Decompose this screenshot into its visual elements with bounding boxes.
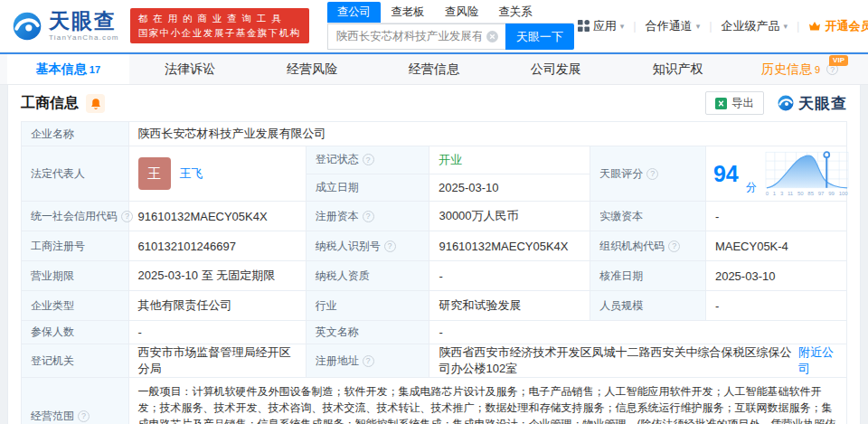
tab-intellectual-property[interactable]: 知识产权 [617, 54, 739, 84]
tab-operation-risk[interactable]: 经营风险 [251, 54, 373, 84]
field-label: 实缴资本 [590, 202, 706, 231]
search-tab-boss[interactable]: 查老板 [381, 2, 435, 23]
brand-logo[interactable]: 天眼查 TianYanCha.com [11, 10, 119, 42]
tab-operation-info[interactable]: 经营信息 [373, 54, 495, 84]
tab-label: 经营信息 [409, 61, 459, 78]
search-input[interactable] [327, 24, 505, 50]
field-label: 成立日期 [307, 174, 429, 202]
score-cell: 94 分 [706, 146, 846, 201]
brand-domain: TianYanCha.com [49, 34, 119, 42]
crown-icon [808, 21, 821, 32]
tab-history-info[interactable]: 历史信息 9 VIP [739, 54, 861, 84]
score-unit: 分 [746, 180, 757, 195]
nav-apps[interactable]: 应用 ▾ [574, 18, 628, 34]
field-label: 英文名称 [307, 321, 430, 344]
search-tab-company[interactable]: 查公司 [327, 2, 382, 23]
slogan-badge: 都 在 用 的 商 业 查 询 工 具 国家中小企业发展子基金旗下机构 [130, 8, 309, 42]
tab-legal[interactable]: 法律诉讼 [129, 54, 251, 84]
help-icon[interactable] [384, 240, 396, 252]
business-info-table: 企业名称 陕西长安芯材科技产业发展有限公司 法定代表人 王 王飞 登记状态 开业… [21, 121, 847, 424]
taxpayer-quality-value: - [429, 261, 590, 290]
nav-apps-label: 应用 [593, 18, 617, 34]
legal-rep-link[interactable]: 王飞 [180, 165, 203, 182]
field-label: 登记状态 [307, 146, 429, 174]
search-tab-relation[interactable]: 查关系 [488, 2, 542, 23]
score-distribution-chart: 01 311 5085 9799 100 [764, 150, 850, 197]
slogan-line2: 国家中小企业发展子基金旗下机构 [138, 26, 301, 40]
table-row: 参保人数 - 英文名称 - [22, 321, 846, 344]
business-scope-value: 一般项目：计算机软硬件及外围设备制造；软件开发；集成电路芯片设计及服务；电子产品… [129, 378, 846, 424]
reg-status-value: 开业 [429, 146, 590, 174]
top-nav: 应用 ▾ | 合作通道 ▾ | 企业级产品 ▾ | 开通会员 ▾ | [574, 17, 868, 34]
subscribe-bell[interactable] [86, 94, 105, 113]
apps-grid-icon [578, 20, 590, 32]
logo-swirl-icon [777, 94, 795, 112]
table-row: 企业类型 其他有限责任公司 行业 研究和试验发展 人员规模 - [22, 291, 846, 321]
industry-value: 研究和试验发展 [429, 291, 590, 320]
table-row: 营业期限 2025-03-10 至 无固定期限 纳税人资质 - 核准日期 202… [22, 261, 846, 291]
help-icon[interactable] [363, 154, 374, 165]
help-icon[interactable] [78, 410, 90, 422]
tab-label: 公司发展 [531, 61, 581, 78]
nearby-companies-link[interactable]: 附近公司 [798, 344, 837, 377]
field-label: 人员规模 [590, 291, 706, 320]
field-label: 经营范围 [22, 378, 129, 424]
field-label: 天眼评分 [590, 146, 706, 201]
field-label: 企业名称 [22, 122, 129, 146]
export-label: 导出 [731, 96, 754, 111]
field-label: 参保人数 [22, 321, 129, 344]
field-label: 组织机构代码 [590, 231, 706, 260]
reg-capital-value: 30000万人民币 [429, 202, 590, 231]
field-label: 注册地址 [307, 344, 430, 377]
help-icon[interactable] [363, 355, 374, 367]
bell-icon [90, 98, 101, 109]
tab-company-development[interactable]: 公司发展 [495, 54, 617, 84]
help-icon[interactable] [668, 240, 680, 252]
tab-label: 历史信息 [761, 61, 812, 78]
legal-rep-cell: 王 王飞 [129, 146, 307, 201]
table-row: 法定代表人 王 王飞 登记状态 开业 成立日期 2025-03-10 天眼评分 [22, 146, 846, 202]
company-type-value: 其他有限责任公司 [129, 291, 307, 320]
tab-count: 9 [815, 64, 820, 75]
search-button[interactable]: 天眼一下 [505, 24, 574, 50]
tab-label: 基本信息 [36, 61, 87, 78]
company-tabs: 基本信息 17 法律诉讼 经营风险 经营信息 公司发展 知识产权 历史信息 9 … [0, 54, 868, 85]
table-row: 经营范围 一般项目：计算机软硬件及外围设备制造；软件开发；集成电路芯片设计及服务… [22, 378, 846, 424]
reg-number-value: 610132101246697 [129, 231, 307, 260]
field-label: 统一社会信用代码 [22, 202, 129, 231]
paid-capital-value: - [706, 202, 846, 231]
taxpayer-id-value: 91610132MAECY05K4X [429, 231, 590, 260]
chevron-down-icon: ▾ [696, 22, 701, 31]
tab-label: 经营风险 [287, 61, 337, 78]
nav-vip[interactable]: 开通会员 ▾ [805, 18, 868, 34]
logo-swirl-icon [11, 10, 43, 42]
org-code-value: MAECY05K-4 [706, 231, 846, 260]
nav-partner[interactable]: 合作通道 ▾ [642, 18, 704, 34]
legal-rep-avatar[interactable]: 王 [138, 157, 171, 190]
watermark-text: 天眼查 [798, 93, 847, 114]
staff-size-value: - [706, 291, 846, 320]
search-widget: 查公司 查老板 查风险 查关系 天眼一下 [327, 2, 574, 50]
field-label: 营业期限 [22, 261, 129, 290]
tab-label: 法律诉讼 [165, 61, 215, 78]
chevron-down-icon: ▾ [784, 22, 788, 31]
address-cell: 陕西省西安市经济技术开发区凤城十二路西安关中综合保税区综保公司办公楼102室 附… [429, 344, 846, 377]
tab-label: 知识产权 [653, 61, 703, 78]
help-icon[interactable] [363, 211, 374, 222]
credit-code-value: 91610132MAECY05K4X [129, 202, 307, 231]
top-header: 天眼查 TianYanCha.com 都 在 用 的 商 业 查 询 工 具 国… [0, 0, 868, 52]
clear-icon[interactable] [486, 31, 498, 42]
tab-basic-info[interactable]: 基本信息 17 [7, 54, 129, 84]
watermark-logo: 天眼查 [777, 93, 847, 114]
help-icon[interactable] [646, 168, 658, 180]
field-label: 登记机关 [22, 344, 129, 377]
search-tab-risk[interactable]: 查风险 [435, 2, 489, 23]
field-label: 核准日期 [590, 261, 706, 290]
nav-enterprise[interactable]: 企业级产品 ▾ [718, 18, 792, 34]
field-label: 工商注册号 [22, 231, 129, 260]
field-label: 注册资本 [307, 202, 430, 231]
excel-icon [715, 98, 727, 109]
english-name-value: - [429, 321, 846, 344]
establish-date-value: 2025-03-10 [429, 174, 590, 202]
export-button[interactable]: 导出 [705, 91, 764, 115]
